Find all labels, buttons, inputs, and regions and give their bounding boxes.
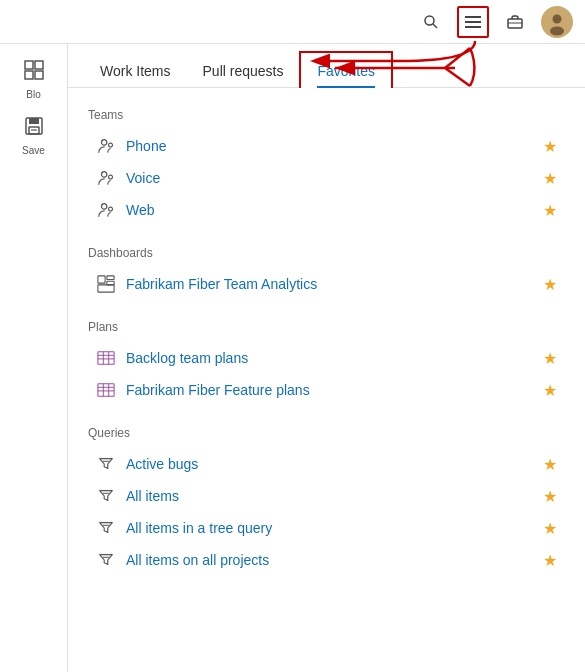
svg-rect-26 <box>107 281 114 285</box>
item-label-fabrikam-analytics: Fabrikam Fiber Team Analytics <box>126 276 533 292</box>
svg-point-8 <box>553 14 562 23</box>
star-all-items-tree[interactable]: ★ <box>543 519 557 538</box>
section-title-teams: Teams <box>88 108 565 122</box>
item-label-backlog-plans: Backlog team plans <box>126 350 533 366</box>
team-icon-web <box>96 200 116 220</box>
dashboard-icon-fabrikam <box>96 274 116 294</box>
list-item-backlog-plans[interactable]: Backlog team plans ★ <box>88 342 565 374</box>
item-label-active-bugs: Active bugs <box>126 456 533 472</box>
star-fabrikam-analytics[interactable]: ★ <box>543 275 557 294</box>
search-icon[interactable] <box>415 6 447 38</box>
briefcase-icon[interactable] <box>499 6 531 38</box>
layout: Blo Save Work Items Pull requests <box>0 44 585 672</box>
star-phone[interactable]: ★ <box>543 137 557 156</box>
svg-rect-2 <box>465 16 481 18</box>
svg-rect-27 <box>98 285 114 292</box>
svg-rect-10 <box>25 61 33 69</box>
section-title-dashboards: Dashboards <box>88 246 565 260</box>
svg-point-20 <box>102 172 107 177</box>
svg-rect-12 <box>25 71 33 79</box>
list-item-feature-plans[interactable]: Fabrikam Fiber Feature plans ★ <box>88 374 565 406</box>
boards-icon <box>24 60 44 85</box>
svg-point-19 <box>109 143 113 147</box>
section-dashboards: Dashboards Fabrikam Fiber Team Analytics… <box>88 246 565 300</box>
query-icon-all-items-tree <box>96 518 116 538</box>
svg-rect-24 <box>98 276 105 283</box>
tab-bar: Work Items Pull requests Favorites <box>68 44 585 88</box>
section-title-plans: Plans <box>88 320 565 334</box>
plan-icon-feature <box>96 380 116 400</box>
svg-rect-4 <box>465 26 481 28</box>
star-active-bugs[interactable]: ★ <box>543 455 557 474</box>
team-icon-voice <box>96 168 116 188</box>
main-panel: Work Items Pull requests Favorites Teams <box>68 44 585 672</box>
svg-rect-11 <box>35 61 43 69</box>
content-area: Teams Phone ★ <box>68 88 585 672</box>
query-icon-all-items-projects <box>96 550 116 570</box>
item-label-all-items-tree: All items in a tree query <box>126 520 533 536</box>
star-feature-plans[interactable]: ★ <box>543 381 557 400</box>
item-label-all-items-projects: All items on all projects <box>126 552 533 568</box>
list-item-voice[interactable]: Voice ★ <box>88 162 565 194</box>
list-item-all-items-tree[interactable]: All items in a tree query ★ <box>88 512 565 544</box>
section-plans: Plans Backlog team plans ★ <box>88 320 565 406</box>
sidebar-item-save[interactable]: Save <box>0 108 67 164</box>
svg-point-9 <box>550 26 564 35</box>
tab-work-items[interactable]: Work Items <box>84 53 187 87</box>
item-label-web: Web <box>126 202 533 218</box>
svg-point-18 <box>102 140 107 145</box>
svg-point-22 <box>102 204 107 209</box>
save-label: Save <box>22 145 45 156</box>
item-label-phone: Phone <box>126 138 533 154</box>
svg-rect-25 <box>107 276 114 280</box>
svg-point-0 <box>425 16 434 25</box>
team-icon-phone <box>96 136 116 156</box>
list-item-all-items-projects[interactable]: All items on all projects ★ <box>88 544 565 576</box>
svg-rect-13 <box>35 71 43 79</box>
query-icon-all-items <box>96 486 116 506</box>
list-item-fabrikam-analytics[interactable]: Fabrikam Fiber Team Analytics ★ <box>88 268 565 300</box>
sidebar: Blo Save <box>0 44 68 672</box>
sidebar-item-boards[interactable]: Blo <box>0 52 67 108</box>
list-item-all-items[interactable]: All items ★ <box>88 480 565 512</box>
tab-active-underline <box>317 86 375 88</box>
svg-rect-33 <box>98 384 114 397</box>
svg-point-21 <box>109 175 113 179</box>
svg-point-23 <box>109 207 113 211</box>
item-label-all-items: All items <box>126 488 533 504</box>
svg-rect-3 <box>465 21 481 23</box>
star-web[interactable]: ★ <box>543 201 557 220</box>
item-label-feature-plans: Fabrikam Fiber Feature plans <box>126 382 533 398</box>
avatar[interactable] <box>541 6 573 38</box>
list-item-active-bugs[interactable]: Active bugs ★ <box>88 448 565 480</box>
top-bar <box>0 0 585 44</box>
star-voice[interactable]: ★ <box>543 169 557 188</box>
save-icon <box>24 116 44 141</box>
plan-icon-backlog <box>96 348 116 368</box>
svg-rect-28 <box>98 352 114 365</box>
tab-pull-requests[interactable]: Pull requests <box>187 53 300 87</box>
svg-rect-15 <box>29 118 39 124</box>
star-all-items[interactable]: ★ <box>543 487 557 506</box>
svg-line-1 <box>433 24 437 28</box>
item-label-voice: Voice <box>126 170 533 186</box>
star-backlog-plans[interactable]: ★ <box>543 349 557 368</box>
query-icon-active-bugs <box>96 454 116 474</box>
section-queries: Queries Active bugs ★ <box>88 426 565 576</box>
list-item-web[interactable]: Web ★ <box>88 194 565 226</box>
tab-favorites[interactable]: Favorites <box>299 51 393 88</box>
section-teams: Teams Phone ★ <box>88 108 565 226</box>
boards-label: Blo <box>26 89 40 100</box>
list-item-phone[interactable]: Phone ★ <box>88 130 565 162</box>
menu-icon[interactable] <box>457 6 489 38</box>
star-all-items-projects[interactable]: ★ <box>543 551 557 570</box>
section-title-queries: Queries <box>88 426 565 440</box>
